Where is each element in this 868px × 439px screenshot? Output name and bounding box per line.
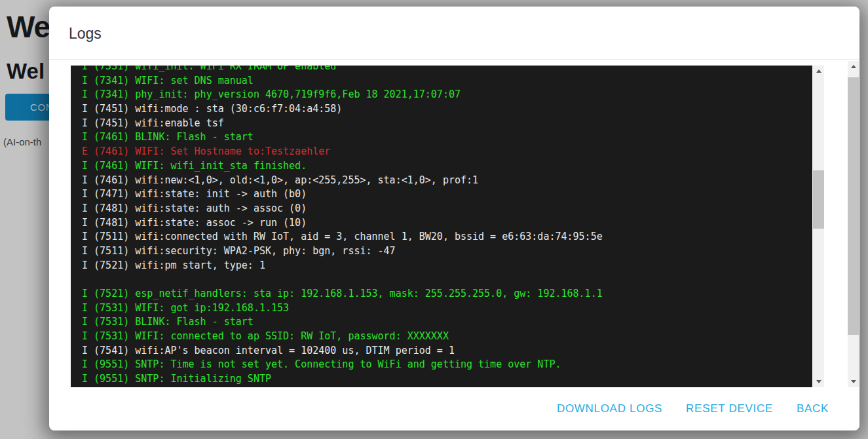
scroll-down-icon[interactable] [848,376,859,387]
modal-scrollbar[interactable] [848,61,859,387]
log-line: I (7531) WIFI: got ip:192.168.1.153 [82,301,812,316]
log-line: I (7531) BLINK: Flash - start [82,315,812,330]
log-scrollbar-thumb[interactable] [813,170,824,229]
page-subtitle: Wel [7,59,45,84]
log-line: I (7521) wifi:pm start, type: 1 [82,259,812,273]
page-caption: (AI-on-th [3,136,41,147]
scroll-down-icon[interactable] [813,376,824,387]
log-scrollbar[interactable] [813,66,824,387]
log-line: I (7461) wifi:new:<1,0>, old:<1,0>, ap:<… [82,174,812,188]
log-line: I (7481) wifi:state: assoc -> run (10) [82,216,812,231]
log-line: I (7341) phy_init: phy_version 4670,719f… [82,88,812,102]
back-button[interactable]: BACK [795,398,830,419]
log-line: I (7531) WIFI: connected to ap SSID: RW … [82,330,812,344]
log-line: I (7341) WIFI: set DNS manual [82,74,812,88]
modal-header: Logs [49,7,859,60]
log-line: I (7541) wifi:AP's beacon interval = 102… [82,344,812,358]
scroll-up-icon[interactable] [848,61,859,72]
download-logs-button[interactable]: DOWNLOAD LOGS [556,398,664,419]
log-line: I (7511) wifi:connected with RW IoT, aid… [82,230,812,244]
logs-modal: Logs I (7331) wifi_init: WiFi RX IRAM OP… [49,7,859,430]
log-line: I (9551) SNTP: Time is not set yet. Conn… [82,358,812,372]
modal-title: Logs [69,25,102,43]
scroll-up-icon[interactable] [813,66,824,77]
log-line [82,273,812,287]
log-line: I (7451) wifi:enable tsf [82,117,812,131]
page-title: We [7,9,50,45]
log-output-panel[interactable]: I (7331) wifi_init: WiFi RX IRAM OP enab… [71,66,812,387]
log-line: I (9551) SNTP: Initializing SNTP [82,372,812,387]
modal-footer: DOWNLOAD LOGS RESET DEVICE BACK [49,387,859,430]
screen: We Wel CON (AI-on-th Logs I (7331) wifi_… [0,0,868,439]
log-line: I (7461) BLINK: Flash - start [82,130,812,145]
log-line: I (7511) wifi:security: WPA2-PSK, phy: b… [82,244,812,259]
log-text: I (7331) wifi_init: WiFi RX IRAM OP enab… [71,66,812,387]
log-line: I (7481) wifi:state: auth -> assoc (0) [82,202,812,216]
log-line: I (7521) esp_netif_handlers: sta ip: 192… [82,287,812,301]
log-line: I (7471) wifi:state: init -> auth (b0) [82,187,812,202]
log-line: I (7331) wifi_init: WiFi RX IRAM OP enab… [82,66,812,74]
log-line: E (7461) WIFI: Set Hostname to:Testzaehl… [82,145,812,159]
log-line: I (7461) WIFI: wifi_init_sta finished. [82,159,812,174]
log-line: I (7451) wifi:mode : sta (30:c6:f7:04:a4… [82,102,812,117]
reset-device-button[interactable]: RESET DEVICE [685,398,774,419]
modal-scrollbar-thumb[interactable] [848,77,859,335]
